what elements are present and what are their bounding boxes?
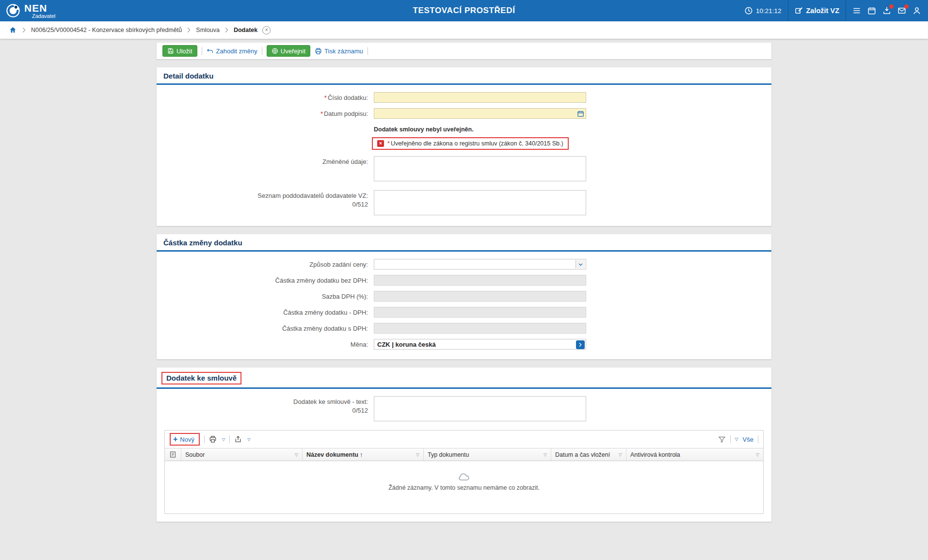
column-header-soubor[interactable]: Soubor ▽ (181, 448, 303, 461)
breadcrumb-item-contract[interactable]: N006/25/V00004542 - Konzervace sbírkovýc… (31, 27, 182, 33)
sort-asc-icon: ↑ (360, 451, 363, 458)
zpusob-zadani-ceny-select[interactable] (374, 259, 586, 270)
column-filter-icon[interactable]: ▽ (416, 452, 419, 457)
field-castka-s-dph: Částka změny dodatku s DPH: (157, 323, 771, 334)
table-header-row: Soubor ▽ Název dokumentu ↑ ▽ Typ dokumen… (165, 448, 763, 461)
char-counter: 0/512 (157, 201, 368, 208)
empty-state-text: Žádné záznamy. V tomto seznamu nemáme co… (388, 484, 540, 491)
error-icon: × (377, 140, 384, 147)
section-header: Detail dodatku (157, 67, 771, 85)
close-tab-icon[interactable]: × (262, 26, 271, 34)
nen-logo[interactable]: NEN Zadavatel (6, 3, 55, 19)
field-mena: Měna: CZK | koruna česká (157, 339, 771, 350)
calendar-button[interactable] (867, 6, 876, 15)
field-label: Způsob zadání ceny: (157, 259, 374, 268)
show-all-link[interactable]: Vše (743, 436, 753, 443)
seznam-poddodavatelu-textarea[interactable] (374, 190, 586, 215)
mena-field[interactable]: CZK | koruna česká (374, 339, 586, 350)
user-icon (912, 6, 921, 15)
clock-time: 10:21:12 (756, 7, 782, 15)
plus-icon: + (173, 435, 177, 443)
field-dodatek-text: Dodatek ke smlouvě - text: 0/512 (157, 396, 771, 423)
column-header-nazev-dokumentu[interactable]: Název dokumentu ↑ ▽ (303, 448, 424, 461)
required-mark: * (387, 140, 390, 147)
field-label: Seznam poddodavatelů dodavatele VZ: 0/51… (157, 190, 374, 208)
mena-lookup-button[interactable] (576, 340, 585, 349)
hamburger-icon (852, 6, 861, 15)
home-icon[interactable] (9, 26, 17, 34)
datepicker-icon[interactable] (577, 110, 584, 117)
field-seznam-poddodavatelu: Seznam poddodavatelů dodavatele VZ: 0/51… (157, 190, 771, 217)
view-dropdown-icon[interactable]: ▽ (735, 437, 738, 442)
registry-error-label: Uveřejněno dle zákona o registru smluv (… (391, 140, 563, 147)
dodatek-text-textarea[interactable] (374, 396, 586, 421)
column-header-antivirova-kontrola[interactable]: Antivirová kontrola ▽ (626, 448, 763, 461)
section-castka-zmeny: Částka změny dodatku Způsob zadání ceny:… (157, 234, 771, 359)
downloads-button[interactable] (882, 6, 891, 15)
messages-button[interactable] (897, 6, 906, 15)
cislo-dodatku-input[interactable] (374, 92, 586, 103)
top-header: NEN Zadavatel TESTOVACÍ PROSTŘEDÍ 10:21:… (0, 0, 928, 21)
section-detail-dodatku: Detail dodatku *Číslo dodatku: *Datum po… (157, 67, 771, 226)
section-dodatek-ke-smlouve: Dodatek ke smlouvě Dodatek ke smlouvě - … (157, 368, 771, 522)
toolbar-separator (758, 435, 758, 443)
select-dropdown-button[interactable] (576, 260, 585, 269)
field-zpusob-zadani-ceny: Způsob zadání ceny: (157, 259, 771, 270)
profile-button[interactable] (912, 6, 921, 15)
column-header-typ-dokumentu[interactable]: Typ dokumentu ▽ (424, 448, 551, 461)
column-header-select[interactable] (165, 448, 181, 461)
field-label: *Číslo dodatku: (157, 92, 374, 101)
zmenene-udaje-textarea[interactable] (374, 156, 586, 181)
print-record-label: Tisk záznamu (324, 48, 363, 55)
toolbar-separator (730, 435, 731, 443)
datum-podpisu-input[interactable] (374, 108, 586, 119)
castka-dph-input (374, 307, 586, 318)
section-header: Částka změny dodatku (157, 234, 771, 252)
section-title: Dodatek ke smlouvě (166, 374, 237, 382)
new-document-label: Nový (180, 436, 194, 443)
row-registry-error: × *Uveřejněno dle zákona o registru smlu… (157, 137, 771, 150)
new-document-button[interactable]: + Nový (170, 433, 200, 446)
export-icon[interactable] (234, 435, 242, 443)
mena-value: CZK | koruna česká (377, 341, 436, 348)
discard-changes-button[interactable]: Zahodit změny (207, 48, 257, 55)
document-icon (169, 451, 176, 458)
header-separator (846, 0, 846, 21)
globe-icon (272, 48, 278, 54)
save-button[interactable]: Uložit (162, 45, 197, 57)
toolbar-separator (368, 47, 368, 55)
registry-validation-error: × *Uveřejněno dle zákona o registru smlu… (372, 137, 569, 150)
column-header-datum-vlozeni[interactable]: Datum a čas vložení ▽ (551, 448, 626, 461)
compose-icon (795, 6, 803, 15)
section-title: Částka změny dodatku (163, 239, 242, 247)
export-dropdown-icon[interactable]: ▽ (247, 437, 250, 442)
table-toolbar: + Nový ▽ ▽ ▽ Vše (165, 431, 763, 448)
print-dropdown-icon[interactable]: ▽ (222, 437, 225, 442)
menu-button[interactable] (852, 6, 861, 15)
field-label: Dodatek ke smlouvě - text: 0/512 (157, 396, 374, 414)
undo-icon (207, 48, 214, 55)
column-label: Antivirová kontrola (630, 451, 680, 458)
breadcrumb-item-dodatek: Dodatek (234, 27, 257, 33)
field-label-text: Číslo dodatku: (328, 94, 368, 101)
annotation-highlight: Dodatek ke smlouvě (161, 372, 241, 384)
field-label: Měna: (157, 339, 374, 348)
field-label-text: Datum podpisu: (324, 110, 368, 117)
print-record-button[interactable]: Tisk záznamu (315, 48, 363, 55)
create-vz-button[interactable]: Založit VZ (795, 6, 839, 15)
column-filter-icon[interactable]: ▽ (619, 452, 622, 457)
column-filter-icon[interactable]: ▽ (544, 452, 547, 457)
column-filter-icon[interactable]: ▽ (295, 452, 298, 457)
field-label: Sazba DPH (%): (157, 291, 374, 300)
field-castka-bez-dph: Částka změny dodatku bez DPH: (157, 275, 771, 286)
messages-badge (904, 4, 909, 9)
filter-funnel-icon[interactable] (718, 435, 726, 443)
required-mark: * (324, 94, 327, 101)
required-mark: * (320, 110, 323, 117)
download-badge (889, 4, 894, 9)
column-filter-icon[interactable]: ▽ (756, 452, 759, 457)
clock: 10:21:12 (744, 6, 782, 15)
print-table-icon[interactable] (209, 435, 217, 443)
publish-button[interactable]: Uveřejnit (267, 45, 310, 57)
breadcrumb-item-smlouva[interactable]: Smlouva (196, 27, 220, 33)
